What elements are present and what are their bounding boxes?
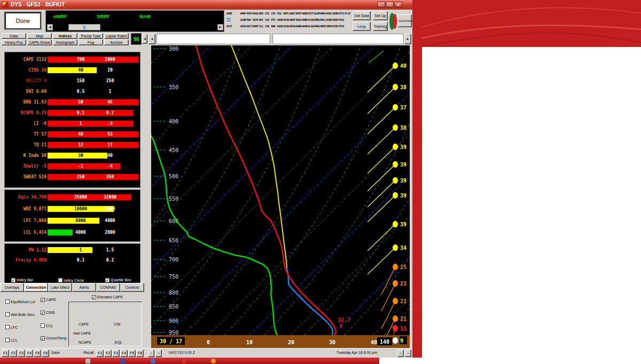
station-item-ksep[interactable]: KSEP [333,18,338,21]
tab-fog[interactable]: Fog [79,39,103,45]
fkey-save-f3[interactable]: F3 [18,350,25,357]
station-item-kict[interactable]: KICT [308,12,314,15]
loop-button[interactable]: Loop [353,22,371,31]
model-scroll-right-icon[interactable]: ► [217,24,223,30]
panel-tab-conrad[interactable]: CONRAD [96,283,120,292]
time-prev-button[interactable]: < [148,350,154,357]
station-item-ksgf[interactable]: KSGF [333,25,338,28]
checkbox-icon[interactable] [5,338,10,342]
station-item-kldm[interactable]: KLDM [314,12,319,15]
minimize-button[interactable]: - [377,2,385,7]
profile-scrollbar-thumb2[interactable] [272,34,404,44]
time-next-button[interactable]: > [155,350,162,357]
station-item-kazo[interactable]: KAZO [277,25,283,28]
panel-tab-lake-effect[interactable]: Lake Effect [48,283,72,292]
tab-cape-shear[interactable]: CAPE-Shear [27,39,52,45]
tab-indices[interactable]: Indices [53,33,77,39]
tab-archive[interactable]: Archive [104,39,129,45]
station-item-kcnu[interactable]: KCNU [284,25,289,28]
taskbar-app-icon[interactable] [120,359,125,363]
station-item-p%23t[interactable]: P%23T [345,12,351,15]
station-item-klbb[interactable]: KLBB [240,18,246,21]
profile-scroll-right-icon[interactable]: ► [404,34,411,44]
profile-scroll-left-icon[interactable]: ◄ [148,34,155,44]
checkbox-icon[interactable]: ✓ [92,295,96,299]
station-item-c11[interactable]: C11 [259,25,263,28]
station-item-kmqt[interactable]: KMQT [320,25,326,28]
station-item-kord[interactable]: KORD [326,18,332,21]
station-item-krfd[interactable]: KRFD [326,25,332,28]
checkbox-icon[interactable] [5,299,10,304]
station-item-kmbs[interactable]: KMBS [314,18,319,21]
convection-option-wet-bulb-zero[interactable]: Wet Bulb Zero [5,312,35,316]
station-item-khob[interactable]: KHOB [302,25,307,28]
station-item-kcds[interactable]: KCDS [240,25,246,28]
station-item-dtx[interactable]: DTX [271,18,276,21]
checkbox-icon[interactable]: ✓ [41,311,45,315]
station-item-c33[interactable]: C33 [265,18,269,21]
fkey-recall-f1[interactable]: F1 [96,350,104,357]
valid-next-button[interactable]: > [405,350,411,357]
station-item-klan[interactable]: KLAN [308,25,314,28]
tab-precip-type[interactable]: Precip Type [79,33,103,39]
station-item-kgrb[interactable]: KGRB [296,25,301,28]
model-scrollbar-thumb[interactable]: ||| [68,24,100,30]
panel-tab-convection[interactable]: Convection [24,283,48,292]
station-item-ktul[interactable]: KTUL [339,18,344,21]
station-item-kdtw[interactable]: KDTW [290,25,295,28]
skewt-chart[interactable]: 3003504004505005506006507007508008509009… [144,45,412,348]
model-list-panel[interactable]: eWRF SREF NAM ◄ ||| ► [45,10,224,32]
station-item-kabi[interactable]: KABI [226,12,232,15]
station-item-ksjt[interactable]: KSJT [226,25,232,28]
station-item-kdrt[interactable]: KDRT [253,25,258,28]
station-item-kddc[interactable]: KDDC [290,12,295,15]
station-item-khbr[interactable]: KHBR [302,18,307,21]
fkey-save-f2[interactable]: F2 [10,350,17,357]
tab-scroll-left-icon[interactable]: ◄ [142,34,147,44]
checkbox-icon[interactable]: ✓ [11,278,15,282]
fkey-save-f4[interactable]: F4 [26,350,33,357]
option-indicy-bar[interactable]: ✓ Indicy Bar [11,278,33,282]
panel-tab-controls[interactable]: Controls [120,283,144,292]
panel-tab-overlays[interactable]: Overlays [0,283,24,292]
station-item-apx[interactable]: APX [259,18,263,21]
station-item-kfnt[interactable]: KFNT [296,12,301,15]
station-item-kama[interactable]: KAMA [277,18,283,21]
taskbar[interactable] [0,358,379,364]
close-button[interactable]: x [394,2,402,7]
station-list[interactable]: KABIDYSKSJTKMAFKLBBKCDSKSPSFWDKACTKAUSKS… [225,10,350,32]
station-item-kjxn[interactable]: KJXN [308,18,314,21]
panel-tab-alerts[interactable]: Alerts [72,283,96,292]
model-item-nam[interactable]: NAM [139,14,151,19]
checkbox-icon[interactable] [5,325,10,329]
taskbar-app-icon[interactable] [182,359,186,363]
fkey-recall-f4[interactable]: F4 [120,350,128,357]
checkbox-icon[interactable] [41,323,45,328]
station-item-kmkx[interactable]: KMKX [320,12,326,15]
option-indicy-circle[interactable]: Indicy Circle [58,278,84,282]
checkbox-icon[interactable]: ✓ [105,278,110,282]
station-item-kbtl[interactable]: KBTL [284,12,289,15]
convection-option-lfc[interactable]: LFC [5,325,18,329]
option-quartile-box[interactable]: ✓ Quartile Box [105,278,131,282]
model-item-sref[interactable]: SREF [97,14,110,19]
get-data-button[interactable]: Get Data [353,11,371,20]
fkey-save-f1[interactable]: F1 [2,350,9,357]
station-item-kgag[interactable]: KGAG [296,18,301,21]
fkey-save-f6[interactable]: F6 [42,350,49,357]
convection-option-lcl[interactable]: LCL [5,338,18,342]
convection-option-ccl[interactable]: CCL [41,323,53,328]
station-item-kcad[interactable]: KCAD [284,18,289,21]
convection-option-cins[interactable]: ✓ CINS [41,311,55,315]
station-item-ktcc[interactable]: KTCC [339,12,344,15]
checkbox-icon[interactable] [58,278,62,282]
station-item-ksat[interactable]: KSAT [253,18,258,21]
convection-option-elevated-cape[interactable]: ✓ Elevated CAPE [92,295,123,299]
convection-option-equilibrium-lvl[interactable]: Equilibrium Lvl [5,299,35,304]
station-item-kdht[interactable]: KDHT [290,18,295,21]
taskbar-app-icon[interactable] [85,359,90,363]
overview-button[interactable]: OverView [398,14,412,27]
station-item-adm[interactable]: ADM [259,12,263,15]
training-button[interactable]: Training [373,22,388,31]
tab-map[interactable]: Map [27,33,52,39]
